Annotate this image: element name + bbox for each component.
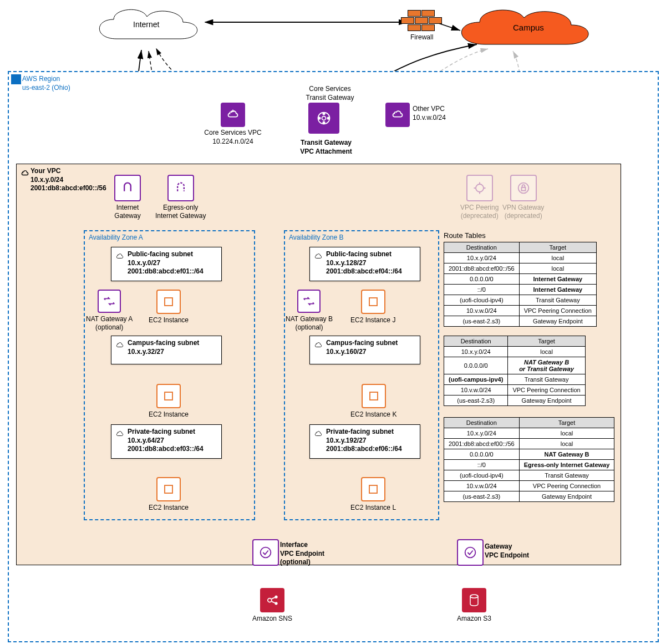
vpc-peering-icon: VPC Peering (deprecated) <box>460 175 499 220</box>
svg-rect-47 <box>165 392 172 400</box>
svg-point-52 <box>261 547 271 558</box>
public-b-label: Public-facing subnet 10.x.y.128/27 2001:… <box>326 250 402 276</box>
campus-label: Campus <box>513 22 544 33</box>
ec2-b-public-icon: EC2 Instance J <box>350 290 395 324</box>
az-a-title: Availability Zone A <box>89 234 143 242</box>
svg-point-41 <box>327 117 329 119</box>
nat-gateway-b-icon: NAT Gateway B (optional) <box>286 290 333 332</box>
region-icon <box>11 74 21 84</box>
campus-a-label: Campus-facing subnet 10.x.y.32/27 <box>128 339 199 356</box>
private-b-label: Private-facing subnet 10.x.y.192/27 2001… <box>326 428 402 454</box>
private-a-label: Private-facing subnet 10.x.y.64/27 2001:… <box>128 428 204 454</box>
svg-rect-50 <box>370 392 378 400</box>
route-table-public: DestinationTarget10.x.y.0/24local2001:db… <box>444 242 597 327</box>
other-vpc-label: Other VPC 10.v.w.0/24 <box>413 105 446 122</box>
igw-icon: Internet Gateway <box>114 175 141 220</box>
svg-rect-46 <box>165 298 172 306</box>
eigw-icon: Egress-only Internet Gateway <box>155 175 206 220</box>
svg-rect-45 <box>521 187 525 191</box>
svg-point-56 <box>275 602 277 605</box>
ec2-a-campus-icon: EC2 Instance <box>149 384 189 419</box>
core-vpc-label: Core Services VPC 10.224.n.0/24 <box>197 129 269 146</box>
route-table-campus: DestinationTarget10.x.y.0/24local0.0.0.0… <box>444 336 586 406</box>
vpn-gateway-icon: VPN Gateway (deprecated) <box>502 175 544 220</box>
svg-point-39 <box>323 121 325 124</box>
ec2-a-private-icon: EC2 Instance <box>149 477 189 512</box>
svg-point-57 <box>470 595 478 598</box>
transit-gateway-icon <box>308 103 339 134</box>
nat-gateway-a-icon: NAT Gateway A (optional) <box>86 290 133 332</box>
route-table-private: DestinationTarget10.x.y.0/24local2001:db… <box>444 417 614 502</box>
tgw-title: Core Services Transit Gateway <box>305 85 355 102</box>
internet-label: Internet <box>133 19 159 29</box>
az-b-title: Availability Zone B <box>289 234 344 242</box>
region-label: AWS Region us-east-2 (Ohio) <box>22 75 70 92</box>
sns-icon: Amazon SNS <box>252 588 292 623</box>
vpc-icon <box>20 168 30 178</box>
public-a-label: Public-facing subnet 10.x.y.0/27 2001:db… <box>128 250 204 276</box>
ec2-b-campus-icon: EC2 Instance K <box>350 384 396 419</box>
svg-rect-49 <box>369 298 377 306</box>
svg-point-55 <box>275 596 277 598</box>
svg-point-40 <box>318 117 321 119</box>
firewall-label: Firewall <box>410 33 433 42</box>
interface-endpoint-icon <box>252 539 279 566</box>
s3-icon: Amazon S3 <box>457 588 491 623</box>
gateway-endpoint-icon <box>457 539 484 566</box>
diagram-canvas: { "top": { "internet": "Internet", "camp… <box>0 0 666 644</box>
svg-point-43 <box>476 184 484 192</box>
svg-rect-48 <box>165 485 172 493</box>
tgw-attach-label: Transit Gateway VPC Attachment <box>293 139 359 156</box>
svg-point-42 <box>322 116 326 120</box>
route-tables-title: Route Tables <box>444 231 486 240</box>
svg-rect-51 <box>369 485 377 493</box>
svg-point-38 <box>323 113 325 115</box>
campus-b-label: Campus-facing subnet 10.x.y.160/27 <box>326 339 398 356</box>
interface-endpoint-label: Interface VPC Endpoint (optional) <box>280 541 324 567</box>
ec2-a-public-icon: EC2 Instance <box>149 290 189 324</box>
svg-point-53 <box>465 547 476 558</box>
ec2-b-private-icon: EC2 Instance L <box>350 477 396 512</box>
core-vpc-icon <box>221 103 245 127</box>
svg-point-54 <box>268 599 272 602</box>
firewall-icon <box>408 10 435 31</box>
gateway-endpoint-label: Gateway VPC Endpoint <box>485 542 529 560</box>
other-vpc-icon <box>385 103 410 127</box>
your-vpc-title: Your VPC 10.x.y.0/24 2001:db8:abcd:ef00:… <box>30 167 106 193</box>
